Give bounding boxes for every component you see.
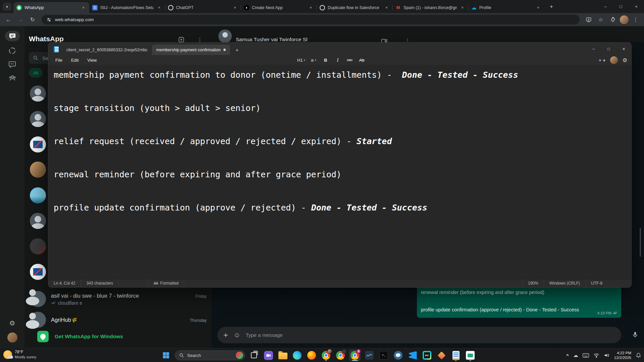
list-style-button[interactable]: ≡ ▾ [310, 57, 317, 63]
twinforce-logo-avatar[interactable] [30, 264, 46, 280]
address-bar[interactable]: web.whatsapp.com [42, 15, 580, 24]
menu-edit[interactable]: Edit [67, 56, 83, 64]
bold-button[interactable]: B [322, 58, 329, 63]
touch-keyboard-icon[interactable] [583, 353, 589, 358]
browser-tab-whatsapp[interactable]: WhatsApp × [13, 2, 89, 13]
tab-close-icon[interactable]: × [384, 5, 389, 10]
tab-close-icon[interactable]: × [80, 5, 86, 10]
chat-avatar[interactable] [30, 162, 46, 178]
browser-tab-gmail-spam[interactable]: M Spam (1) - ishann.tforce@gmai × [392, 2, 468, 13]
notepad-minimize-button[interactable]: – [586, 43, 601, 55]
chat-header-avatar[interactable] [218, 29, 232, 42]
tray-expand-caret[interactable]: ^ [566, 353, 569, 358]
copilot-sparkle-icon[interactable]: ✦ ▾ [598, 58, 605, 63]
vscode-icon[interactable] [407, 350, 418, 361]
tab-close-icon[interactable]: × [460, 5, 465, 10]
chrome-profile-s-icon[interactable]: S [349, 350, 361, 361]
file-explorer-icon[interactable] [277, 350, 288, 361]
menu-view[interactable]: View [83, 56, 101, 64]
install-app-icon[interactable] [583, 14, 594, 25]
task-manager-icon[interactable] [364, 350, 375, 361]
filter-all-chip[interactable]: All [29, 68, 43, 77]
notepad-tab-membership[interactable]: membership payment confirmation [152, 45, 230, 55]
attach-plus-icon[interactable]: + [223, 330, 228, 340]
pycharm-icon[interactable]: PC [421, 350, 433, 361]
notepad-settings-gear-icon[interactable]: ⚙ [623, 57, 627, 63]
browser-maximize-button[interactable]: □ [613, 0, 629, 13]
chat-header-title[interactable]: Samua Tusher vai Twinforce Sl [236, 37, 307, 42]
encoding[interactable]: UTF-8 [585, 279, 608, 287]
voice-message-mic-icon[interactable] [632, 331, 639, 338]
notepad-tab-client-secret[interactable]: client_secret_2_60053885332-2reqe52rribc [62, 45, 152, 55]
postgresql-icon[interactable] [392, 350, 404, 361]
browser-minimize-button[interactable]: – [598, 0, 613, 13]
message-composer[interactable]: + ☺ Type a message [217, 327, 621, 343]
chrome-profile-a-icon[interactable] [320, 350, 332, 361]
tab-close-icon[interactable]: × [308, 5, 314, 10]
get-whatsapp-banner[interactable]: Get WhatsApp for Windows [24, 328, 212, 345]
communities-tab[interactable] [8, 74, 17, 82]
line-ending[interactable]: Windows (CRLF) [544, 279, 585, 287]
chat-header-menu-icon[interactable]: ⋮ [405, 38, 410, 42]
text-editor[interactable]: membership payment confirmation to donor… [48, 65, 631, 279]
wifi-icon[interactable] [593, 353, 599, 358]
reload-button[interactable]: ↻ [27, 14, 38, 25]
tab-search-button[interactable]: ▾ [3, 3, 11, 11]
status-tab[interactable] [8, 46, 17, 55]
browser-tab-create-next-app[interactable]: ▲ Create Next App × [241, 2, 317, 13]
browser-tab-salesforce-flow[interactable]: Duplicate flow in Salesforce × [317, 2, 392, 13]
chrome-profile-b-icon[interactable] [335, 350, 346, 361]
user-profile-avatar[interactable] [7, 333, 17, 343]
notepad-maximize-button[interactable]: □ [601, 43, 616, 55]
extensions-puzzle-icon[interactable] [607, 14, 619, 25]
outgoing-message-bubble[interactable]: renewal reminder (before expiring and af… [417, 286, 621, 318]
browser-tab-isij-flows[interactable]: ISIJ - Automation/Flows Setup - × [89, 2, 165, 13]
back-button[interactable]: ← [3, 14, 14, 25]
taskbar-search-box[interactable]: Search [175, 350, 245, 360]
chat-avatar[interactable] [30, 187, 46, 203]
chats-tab[interactable] [5, 31, 20, 41]
browser-tab-chatgpt[interactable]: ChatGPT × [165, 2, 241, 13]
weather-widget[interactable]: 78°F Mostly sunny [3, 350, 36, 360]
notification-bell-icon[interactable] [636, 352, 641, 358]
site-settings-icon[interactable] [46, 17, 52, 22]
emoji-sticker-icon[interactable]: ☺ [233, 331, 240, 339]
formatted-indicator[interactable]: AA Formatted [148, 279, 184, 287]
chat-list-item-agrihub[interactable]: AgriHub🌾 Thursday [24, 310, 212, 330]
bookmark-star-icon[interactable]: ☆ [595, 14, 606, 25]
account-avatar[interactable] [610, 56, 618, 64]
tab-close-icon[interactable]: × [156, 5, 162, 10]
chat-list-item-asif[interactable]: asif vai - diu swe - blue 7 - twinforce … [24, 286, 212, 312]
new-tab-button[interactable]: + [547, 2, 556, 11]
channels-tab[interactable] [8, 60, 17, 69]
task-view-button[interactable] [248, 350, 260, 361]
terminal-icon[interactable]: >_ [378, 350, 389, 361]
browser-close-button[interactable]: × [629, 0, 644, 13]
tab-close-icon[interactable]: × [535, 5, 541, 10]
chat-avatar[interactable] [30, 85, 46, 102]
notepad-close-button[interactable]: × [616, 43, 631, 55]
taskpro-app-icon[interactable] [465, 350, 476, 361]
clear-formatting-button[interactable]: Ab [358, 58, 366, 63]
onedrive-icon[interactable]: ☁ [573, 352, 578, 358]
video-chat-app-icon[interactable] [263, 350, 274, 361]
git-client-icon[interactable] [436, 350, 447, 361]
notepad-taskbar-icon[interactable] [450, 350, 462, 361]
tab-close-icon[interactable]: × [232, 5, 238, 10]
chat-avatar[interactable] [30, 213, 46, 229]
italic-button[interactable]: I [334, 57, 341, 63]
volume-icon[interactable] [604, 353, 610, 358]
browser-menu-kebab-icon[interactable]: ⋮ [630, 14, 641, 25]
twinforce-logo-avatar[interactable] [30, 136, 46, 153]
browser-profile-avatar[interactable] [620, 15, 629, 24]
heading-style-button[interactable]: H1 ▾ [297, 58, 305, 63]
chat-scrollbar-thumb[interactable] [640, 228, 641, 257]
edge-icon[interactable] [291, 350, 303, 361]
insert-link-button[interactable] [346, 57, 354, 63]
firefox-icon[interactable] [306, 350, 317, 361]
browser-tab-profile[interactable]: ☁ Profile × [468, 2, 544, 13]
chat-avatar[interactable] [30, 238, 46, 254]
clock-widget[interactable]: 4:22 PM 12/2/2025 [614, 351, 631, 360]
settings-gear-icon[interactable]: ⚙ [9, 319, 15, 327]
zoom-level[interactable]: 190% [522, 279, 544, 287]
